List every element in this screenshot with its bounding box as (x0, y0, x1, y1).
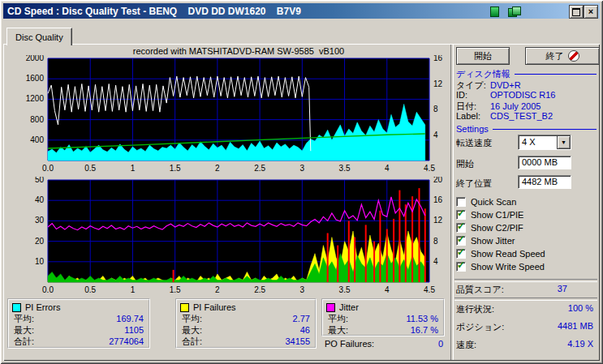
exit-button[interactable]: 終了 (525, 47, 600, 65)
svg-text:4: 4 (433, 131, 438, 139)
checkbox-box[interactable]: ✓ (456, 210, 466, 220)
check-icon: ✓ (457, 246, 465, 258)
row-label: Label: (456, 111, 490, 121)
po-failures-value: 0 (438, 339, 443, 349)
green-disc-icon[interactable] (488, 6, 501, 17)
stat-row: 最大:46 (180, 324, 310, 336)
horizontal-divider (454, 279, 597, 282)
pi-failures-box: PI Failures 平均:2.77 最大:46 合計:34155 (175, 298, 317, 349)
checkbox-box[interactable]: ✓ (456, 236, 466, 246)
exit-icon (568, 50, 579, 62)
stat-value: 11.53 % (406, 314, 438, 323)
settings-header: Settings (456, 124, 597, 134)
title-bar: CD Speed : Disc Quality Test - BENQ DVD … (3, 3, 600, 19)
start-button-label: 開始 (474, 50, 492, 62)
stat-row: 合計:34155 (180, 336, 310, 347)
top-chart: 0.00.511.522.533.544.5400800120016002000… (6, 55, 448, 178)
checkbox-quick-scan[interactable]: ✓Quick Scan (456, 196, 516, 208)
check-icon: ✓ (457, 259, 465, 271)
green-copy-icon[interactable] (507, 6, 520, 17)
svg-text:40: 40 (35, 195, 45, 204)
checkbox-show-jitter[interactable]: ✓Show Jitter (456, 235, 515, 246)
row-value: DVD+R (490, 80, 521, 90)
svg-text:8: 8 (433, 105, 438, 113)
stat-row: 平均:169.74 (12, 313, 144, 324)
svg-text:0.5: 0.5 (84, 164, 96, 173)
po-failures-row: PO Failures: 0 (325, 339, 443, 349)
bottom-chart: 0.00.511.522.533.544.5102030405048121620 (6, 177, 448, 300)
row-label: ID: (456, 90, 490, 100)
checkbox-box[interactable]: ✓ (456, 223, 466, 233)
checkbox-box[interactable]: ✓ (456, 249, 466, 259)
stat-value: 2774064 (109, 336, 144, 346)
app-window: CD Speed : Disc Quality Test - BENQ DVD … (0, 0, 603, 364)
tab-disc-quality[interactable]: Disc Quality (6, 28, 72, 45)
svg-text:20: 20 (35, 237, 45, 246)
tab-page: recorded with MATSHITADVD-RAM SW-9585 vB… (3, 44, 600, 361)
checkbox-box[interactable]: ✓ (456, 262, 466, 272)
checkbox-show-c2-pif[interactable]: ✓Show C2/PIF (456, 222, 523, 233)
svg-text:0.0: 0.0 (42, 285, 54, 294)
svg-text:16: 16 (433, 195, 443, 204)
svg-text:2.5: 2.5 (254, 285, 265, 294)
checkbox-label: Show Read Speed (471, 249, 545, 259)
checkbox-show-c1-pie[interactable]: ✓Show C1/PIE (456, 209, 523, 221)
start-position-label: 開始 (456, 158, 474, 170)
close-button[interactable]: × (584, 5, 598, 19)
speed-value-label: 速度: (456, 340, 476, 349)
start-button[interactable]: 開始 (456, 47, 510, 65)
end-position-field[interactable]: 4482 MB (518, 175, 571, 189)
checkbox-label: Show C1/PIE (471, 210, 523, 220)
stat-row: 平均:11.53 % (326, 313, 438, 324)
svg-text:3.5: 3.5 (339, 164, 351, 173)
stat-value: 169.74 (116, 314, 144, 323)
svg-text:8: 8 (433, 237, 438, 246)
start-position-field[interactable]: 0000 MB (518, 156, 571, 169)
svg-text:400: 400 (30, 135, 44, 144)
stat-label: 最大: (14, 324, 34, 336)
stat-row: 最大:1105 (12, 324, 144, 336)
stat-value: 2.77 (293, 314, 310, 323)
checkbox-label: Show C2/PIF (471, 223, 523, 233)
svg-text:3: 3 (300, 285, 305, 294)
checkbox-box[interactable]: ✓ (456, 197, 466, 207)
row-value: CDS_TEST_B2 (490, 111, 553, 121)
stat-row: 平均:2.77 (180, 313, 310, 324)
quality-score-label: 品質スコア: (456, 285, 504, 294)
jitter-swatch (326, 303, 335, 312)
maximize-button[interactable] (569, 5, 584, 19)
stat-label: 平均: (182, 313, 202, 325)
stat-label: 平均: (328, 313, 348, 325)
checkbox-show-write-speed[interactable]: ✓Show Write Speed (456, 261, 545, 272)
pi-failures-swatch (180, 303, 189, 312)
chevron-down-icon[interactable]: ▼ (557, 135, 571, 149)
disc-id-row: ID:OPTODISC R16 (456, 90, 597, 101)
check-icon: ✓ (457, 208, 465, 219)
checkbox-show-read-speed[interactable]: ✓Show Read Speed (456, 248, 545, 259)
stat-label: 最大: (328, 324, 348, 336)
disc-info-header: ディスク情報 (456, 68, 597, 80)
speed-select[interactable]: 4 X ▼ (518, 135, 571, 150)
check-icon: ✓ (457, 233, 465, 245)
svg-text:4.5: 4.5 (424, 285, 435, 294)
stat-row: 最大:16.7 % (326, 324, 438, 336)
svg-text:12: 12 (433, 216, 443, 225)
row-value: 16 July 2005 (490, 101, 541, 111)
checkbox-label: Quick Scan (471, 197, 516, 207)
svg-text:1.5: 1.5 (170, 285, 181, 294)
exit-button-label: 終了 (546, 50, 564, 62)
svg-text:2: 2 (215, 285, 220, 294)
header-rule (493, 129, 597, 130)
jitter-title: Jitter (339, 302, 359, 312)
svg-text:2: 2 (215, 164, 220, 173)
checkbox-label: Show Write Speed (471, 262, 545, 272)
close-icon: × (588, 7, 593, 16)
svg-text:4: 4 (433, 257, 438, 266)
speed-label: 転送速度 (456, 137, 492, 149)
position-label: ポジション: (456, 322, 504, 332)
svg-text:30: 30 (35, 216, 45, 225)
speed-value: 4.19 X (567, 339, 593, 349)
disc-type-row: タイプ:DVD+R (456, 79, 597, 90)
disc-info-header-label: ディスク情報 (456, 68, 510, 80)
svg-text:10: 10 (35, 257, 45, 266)
